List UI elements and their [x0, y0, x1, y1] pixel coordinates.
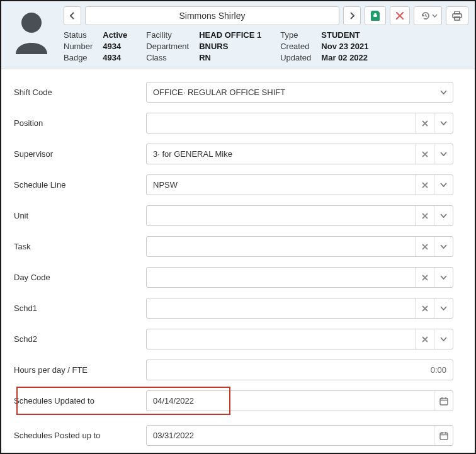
schd1-select[interactable]	[146, 298, 453, 319]
task-label: Task	[13, 242, 146, 251]
row-shift-code: Shift Code OFFICE· REGULAR OFFICE SHIFT	[13, 82, 453, 103]
chevron-down-icon[interactable]	[434, 82, 453, 102]
schedules-updated-value: 04/14/2022	[147, 391, 434, 411]
schd1-value	[147, 298, 415, 318]
shift-code-label: Shift Code	[13, 88, 146, 97]
toolbar: Simmons Shirley	[64, 6, 468, 25]
badge-label: Badge	[64, 53, 93, 62]
schedules-updated-label: Schedules Updated to	[13, 396, 146, 406]
chevron-down-icon[interactable]	[434, 206, 453, 225]
calendar-icon[interactable]	[434, 391, 453, 411]
supervisor-select[interactable]: 3· for GENERAL Mike	[146, 144, 453, 164]
row-supervisor: Supervisor 3· for GENERAL Mike	[13, 144, 453, 164]
schd1-label: Schd1	[13, 304, 146, 313]
number-value: 4934	[103, 42, 127, 51]
status-value: Active	[103, 30, 127, 40]
row-position: Position	[13, 113, 453, 133]
clear-icon[interactable]	[415, 206, 434, 225]
print-button[interactable]	[446, 6, 468, 25]
updated-label: Updated	[280, 53, 311, 62]
header-right: Simmons Shirley	[64, 6, 468, 62]
clear-icon[interactable]	[415, 237, 434, 256]
chevron-down-icon[interactable]	[434, 113, 453, 133]
delete-button[interactable]	[390, 6, 410, 25]
info-col-3: Type STUDENT Created Nov 23 2021 Updated…	[280, 30, 368, 62]
department-value: BNURS	[199, 42, 261, 51]
class-value: RN	[199, 53, 261, 62]
chevron-down-icon[interactable]	[434, 237, 453, 256]
row-schedule-line: Schedule Line NPSW	[13, 174, 453, 195]
type-value: STUDENT	[321, 30, 368, 40]
row-schd1: Schd1	[13, 298, 453, 319]
unit-value	[147, 206, 415, 225]
department-label: Department	[146, 42, 189, 51]
chevron-down-icon[interactable]	[434, 268, 453, 287]
chevron-down-icon[interactable]	[434, 175, 453, 195]
row-schedules-posted: Schedules Posted up to 03/31/2022	[13, 425, 453, 446]
created-value: Nov 23 2021	[321, 42, 368, 51]
number-label: Number	[64, 42, 93, 51]
nav-next-button[interactable]	[343, 6, 361, 25]
avatar	[8, 6, 55, 62]
schd2-label: Schd2	[13, 334, 146, 344]
row-task: Task	[13, 236, 453, 257]
chevron-down-icon[interactable]	[434, 329, 453, 349]
clear-icon[interactable]	[415, 113, 434, 133]
schedules-posted-date[interactable]: 03/31/2022	[146, 425, 453, 446]
svg-rect-2	[373, 15, 377, 17]
updated-value: Mar 02 2022	[321, 53, 368, 62]
header: Simmons Shirley	[1, 1, 475, 69]
position-value	[147, 113, 415, 133]
unit-select[interactable]	[146, 205, 453, 226]
info-grid: Status Active Number 4934 Badge 4934 Fac…	[64, 30, 468, 62]
position-select[interactable]	[146, 113, 453, 133]
calendar-icon[interactable]	[434, 426, 453, 445]
nav-prev-button[interactable]	[64, 6, 81, 25]
row-hours-fte: Hours per day / FTE 0:00	[13, 360, 453, 380]
status-label: Status	[64, 30, 93, 40]
svg-point-0	[21, 13, 42, 33]
task-select[interactable]	[146, 236, 453, 257]
info-col-1: Status Active Number 4934 Badge 4934	[64, 30, 127, 62]
form-area: Shift Code OFFICE· REGULAR OFFICE SHIFT …	[1, 69, 475, 454]
chevron-down-icon[interactable]	[434, 298, 453, 318]
row-unit: Unit	[13, 205, 453, 226]
day-code-select[interactable]	[146, 267, 453, 288]
schedule-line-select[interactable]: NPSW	[146, 174, 453, 195]
task-value	[147, 237, 415, 256]
chevron-down-icon[interactable]	[434, 144, 453, 164]
schedule-line-label: Schedule Line	[13, 180, 146, 190]
type-label: Type	[280, 30, 311, 40]
row-day-code: Day Code	[13, 267, 453, 288]
history-dropdown-button[interactable]	[414, 6, 442, 25]
hours-fte-input[interactable]: 0:00	[146, 360, 453, 380]
svg-rect-7	[440, 433, 448, 440]
person-name-field[interactable]: Simmons Shirley	[85, 6, 339, 25]
save-button[interactable]	[365, 6, 386, 25]
clear-icon[interactable]	[415, 175, 434, 195]
facility-label: Facility	[146, 30, 189, 40]
svg-rect-5	[455, 17, 460, 20]
position-label: Position	[13, 118, 146, 128]
row-schedules-updated: Schedules Updated to 04/14/2022	[13, 390, 453, 411]
clear-icon[interactable]	[415, 268, 434, 287]
clear-icon[interactable]	[415, 144, 434, 164]
shift-code-select[interactable]: OFFICE· REGULAR OFFICE SHIFT	[146, 82, 453, 103]
employee-detail-panel: Simmons Shirley	[0, 0, 476, 454]
supervisor-label: Supervisor	[13, 149, 146, 159]
created-label: Created	[280, 42, 311, 51]
facility-value: HEAD OFFICE 1	[199, 30, 261, 40]
schedules-posted-label: Schedules Posted up to	[13, 431, 146, 440]
svg-rect-6	[440, 398, 448, 405]
clear-icon[interactable]	[415, 298, 434, 318]
hours-fte-label: Hours per day / FTE	[13, 365, 146, 375]
schd2-select[interactable]	[146, 329, 453, 349]
hours-fte-value: 0:00	[147, 360, 453, 380]
schedules-posted-value: 03/31/2022	[147, 426, 434, 445]
row-schd2: Schd2	[13, 329, 453, 349]
clear-icon[interactable]	[415, 329, 434, 349]
day-code-label: Day Code	[13, 273, 146, 282]
shift-code-value: OFFICE· REGULAR OFFICE SHIFT	[147, 82, 434, 102]
schedules-updated-date[interactable]: 04/14/2022	[146, 390, 453, 411]
supervisor-value: 3· for GENERAL Mike	[147, 144, 415, 164]
